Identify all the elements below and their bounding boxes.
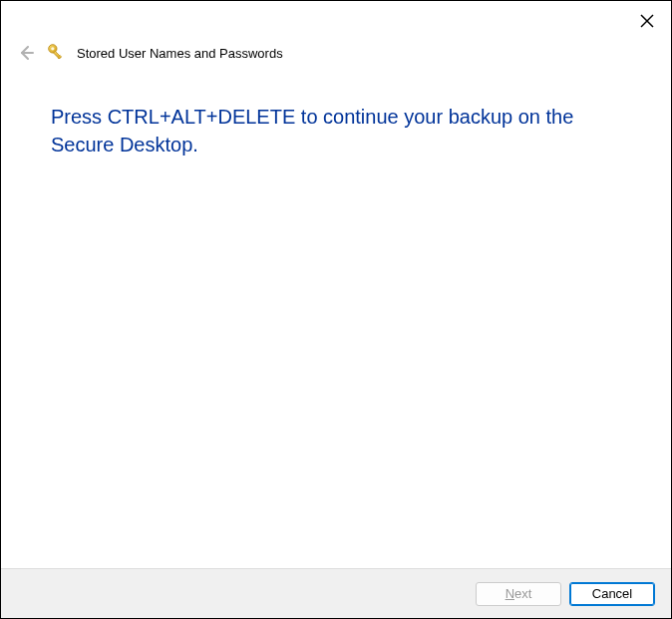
back-button — [15, 42, 37, 64]
page-title: Stored User Names and Passwords — [77, 46, 283, 61]
wizard-header: Stored User Names and Passwords — [1, 33, 671, 73]
close-icon — [640, 14, 654, 28]
titlebar — [1, 1, 671, 33]
next-label-suffix: ext — [514, 586, 531, 601]
next-button: Next — [476, 582, 561, 606]
key-icon — [47, 43, 67, 63]
main-instruction: Press CTRL+ALT+DELETE to continue your b… — [51, 103, 621, 158]
next-accelerator: N — [505, 586, 514, 601]
back-arrow-icon — [18, 45, 34, 61]
cancel-button[interactable]: Cancel — [569, 582, 655, 606]
content-area: Press CTRL+ALT+DELETE to continue your b… — [1, 73, 671, 158]
close-button[interactable] — [635, 9, 659, 33]
svg-point-4 — [51, 47, 54, 50]
wizard-footer: Next Cancel — [1, 568, 671, 618]
